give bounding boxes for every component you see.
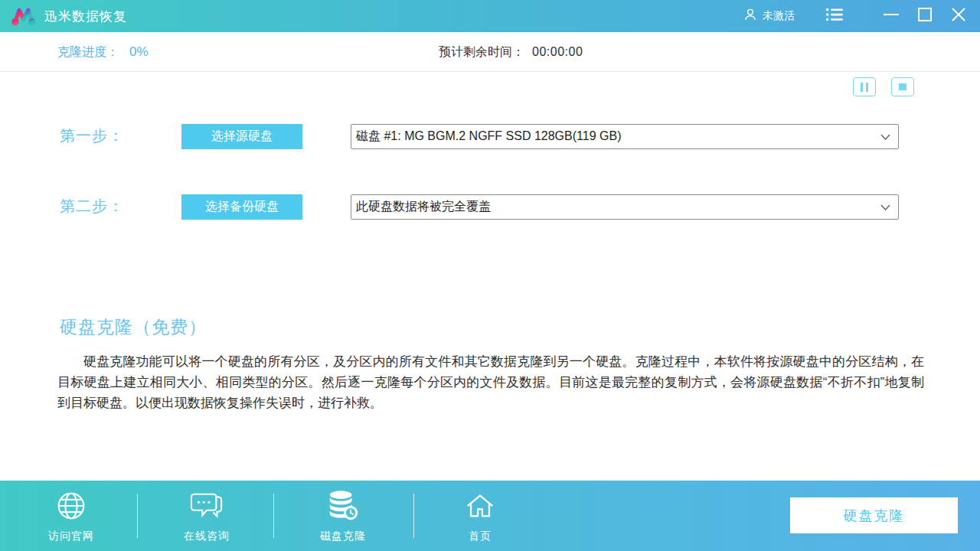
eta-label: 预计剩余时间：: [439, 44, 524, 60]
pause-button[interactable]: [853, 77, 876, 96]
account-status[interactable]: 未激活: [743, 0, 795, 32]
backup-disk-selected-value: 此硬盘数据将被完全覆盖: [351, 199, 872, 215]
app-window: 迅米数据恢复 未激活: [0, 0, 980, 551]
nav-item-disk-clone[interactable]: 磁盘克隆: [297, 487, 389, 548]
close-icon: [949, 5, 968, 27]
disk-clone-action-button[interactable]: 硬盘克隆: [790, 497, 958, 533]
nav-item-home[interactable]: 首页: [434, 487, 526, 548]
clone-progress-value: 0%: [129, 44, 149, 60]
title-bar: 迅米数据恢复 未激活: [0, 0, 980, 32]
stop-icon: [899, 83, 906, 90]
progress-bar-row: 克隆进度： 0% 预计剩余时间： 00:00:00: [0, 32, 980, 72]
menu-button[interactable]: [825, 0, 844, 32]
app-title: 迅米数据恢复: [44, 8, 127, 25]
close-button[interactable]: [942, 0, 975, 32]
nav-item-label: 在线咨询: [184, 530, 230, 543]
step-2-label: 第二步：: [60, 196, 124, 217]
chevron-down-icon: [872, 133, 898, 141]
nav-item-online-consult[interactable]: 在线咨询: [161, 487, 253, 548]
footer-separator: [273, 494, 274, 538]
step-1-row: 第一步： 选择源硬盘 磁盘 #1: MG BGM.2 NGFF SSD 128G…: [0, 124, 980, 150]
select-backup-disk-button[interactable]: 选择备份硬盘: [181, 194, 302, 220]
select-source-disk-button[interactable]: 选择源硬盘: [181, 124, 302, 149]
clone-progress: 克隆进度： 0%: [57, 32, 149, 72]
section-title: 硬盘克隆（免费）: [60, 315, 207, 339]
list-menu-icon: [825, 7, 844, 25]
nav-item-label: 首页: [469, 530, 492, 543]
chevron-down-icon: [872, 204, 898, 211]
nav-item-label: 磁盘克隆: [320, 530, 366, 543]
app-logo-icon: [11, 5, 37, 27]
minimize-button[interactable]: [874, 0, 908, 32]
disk-stack-icon: [325, 487, 361, 523]
step-1-label: 第一步：: [60, 126, 124, 146]
source-disk-selected-value: 磁盘 #1: MG BGM.2 NGFF SSD 128GB(119 GB): [351, 129, 872, 145]
step-2-row: 第二步： 选择备份硬盘 此硬盘数据将被完全覆盖: [0, 194, 980, 220]
maximize-icon: [916, 5, 934, 27]
footer-bar: 访问官网 在线咨询: [0, 481, 980, 551]
clone-progress-label: 克隆进度：: [57, 44, 119, 60]
eta: 预计剩余时间： 00:00:00: [439, 32, 583, 72]
globe-icon: [54, 487, 89, 523]
user-icon: [743, 7, 758, 25]
source-disk-select[interactable]: 磁盘 #1: MG BGM.2 NGFF SSD 128GB(119 GB): [351, 124, 899, 149]
chat-icon: [188, 487, 226, 523]
minimize-icon: [881, 5, 901, 28]
footer-separator: [413, 494, 414, 538]
nav-item-label: 访问官网: [48, 530, 94, 543]
eta-value: 00:00:00: [532, 45, 583, 59]
pause-icon: [861, 83, 868, 92]
activation-status-label: 未激活: [763, 9, 795, 23]
home-icon: [462, 487, 498, 523]
section-description: 硬盘克隆功能可以将一个硬盘的所有分区，及分区内的所有文件和其它数据克隆到另一个硬…: [57, 351, 924, 413]
stop-button[interactable]: [891, 77, 914, 96]
maximize-button[interactable]: [908, 0, 942, 32]
footer-separator: [137, 494, 138, 538]
nav-item-official-site[interactable]: 访问官网: [25, 487, 117, 548]
backup-disk-select[interactable]: 此硬盘数据将被完全覆盖: [351, 194, 899, 220]
